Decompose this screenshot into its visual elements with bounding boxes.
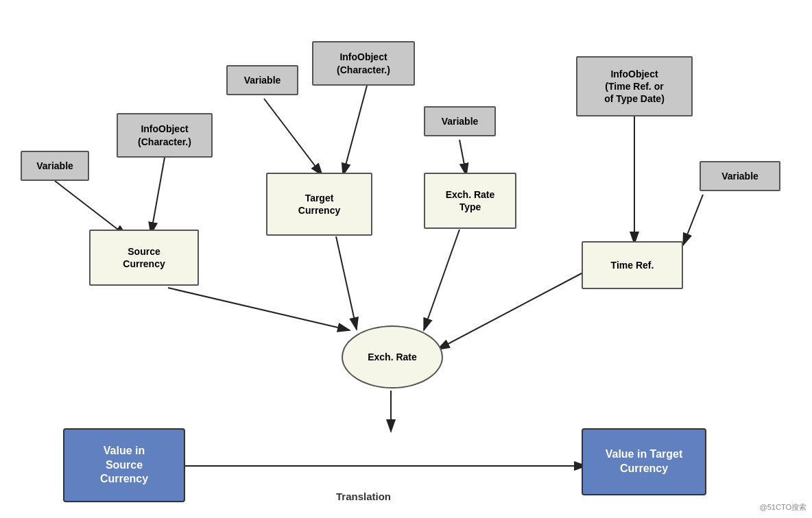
svg-line-3 xyxy=(264,99,322,175)
time-ref-node: Time Ref. xyxy=(582,241,683,289)
exch-rate-node: Exch. Rate xyxy=(342,325,443,388)
diagram: Variable InfoObject(Character.) Variable… xyxy=(0,0,812,518)
svg-line-5 xyxy=(168,288,350,330)
source-currency-node: SourceCurrency xyxy=(89,230,199,286)
infoobject3-node: InfoObject(Time Ref. orof Type Date) xyxy=(576,56,693,116)
infoobject2-node: InfoObject(Character.) xyxy=(312,41,415,86)
variable2-node: Variable xyxy=(226,65,298,95)
target-currency-node: TargetCurrency xyxy=(266,173,372,236)
svg-line-8 xyxy=(424,230,459,330)
watermark: @51CTO搜索 xyxy=(760,502,807,513)
exch-rate-type-node: Exch. RateType xyxy=(424,173,516,229)
svg-line-2 xyxy=(151,158,165,234)
svg-line-7 xyxy=(459,140,466,175)
svg-line-6 xyxy=(336,236,357,330)
variable1-node: Variable xyxy=(21,151,89,181)
value-target-node: Value in TargetCurrency xyxy=(582,428,706,495)
svg-line-1 xyxy=(55,181,127,236)
variable3-node: Variable xyxy=(424,106,496,136)
svg-line-11 xyxy=(438,267,593,349)
svg-line-10 xyxy=(683,195,703,245)
translation-label: Translation xyxy=(319,486,408,507)
variable4-node: Variable xyxy=(700,161,780,191)
infoobject1-node: InfoObject(Character.) xyxy=(117,113,213,158)
value-source-node: Value inSourceCurrency xyxy=(63,428,185,502)
svg-line-4 xyxy=(343,86,367,175)
